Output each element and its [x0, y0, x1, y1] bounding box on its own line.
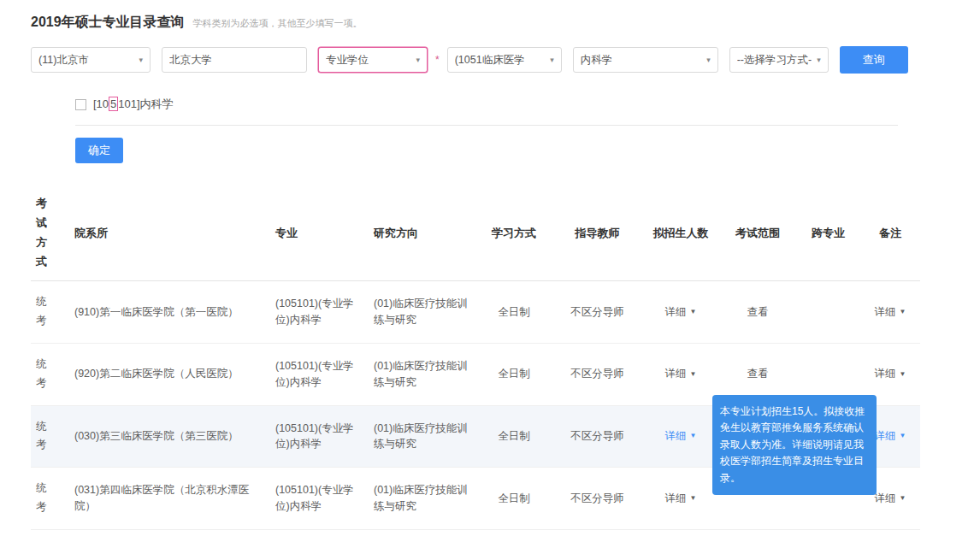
major-select[interactable]: 内科学 ▾: [573, 47, 718, 73]
major-select-value: 内科学: [581, 53, 613, 68]
confirm-button[interactable]: 确定: [75, 138, 123, 163]
enrollment-detail-link[interactable]: 详细▼: [665, 491, 697, 507]
caret-down-icon: ▼: [900, 431, 906, 441]
advisor-cell: 不区分导师: [552, 530, 642, 542]
advisor-cell: 不区分导师: [552, 468, 642, 530]
filter-bar: (11)北京市 ▾ 北京大学 专业学位 ▾ * (1051临床医学 ▾ 内科学 …: [0, 32, 980, 74]
page-title: 2019年硕士专业目录查询: [31, 14, 185, 32]
detail-label: 详细: [875, 428, 896, 445]
enrollment-detail-link[interactable]: 详细▼: [665, 428, 697, 445]
chevron-down-icon: ▾: [817, 56, 821, 64]
direction-cell: (01)临床医疗技能训练与研究: [369, 468, 475, 530]
page-header: 2019年硕士专业目录查询 学科类别为必选项，其他至少填写一项。: [0, 0, 980, 32]
direction-cell: (01)临床医疗技能训练与研究: [369, 530, 475, 542]
enrollment-detail-link[interactable]: 详细▼: [665, 366, 697, 382]
degree-type-select-value: 专业学位: [326, 53, 369, 68]
detail-label: 详细: [875, 491, 896, 507]
page-subtitle: 学科类别为必选项，其他至少填写一项。: [193, 17, 363, 30]
detail-label: 详细: [665, 366, 687, 382]
table-row: 统考 (071)第五临床医学院（北京医院） (105101)(专业学位)内科学 …: [31, 530, 920, 542]
cross-major-cell: [796, 281, 860, 344]
major-checkbox-label: [105101]内科学: [93, 97, 174, 112]
label-part: [10: [93, 97, 109, 110]
chevron-down-icon: ▾: [139, 56, 143, 64]
advisor-cell: 不区分导师: [552, 281, 642, 344]
caret-down-icon: ▼: [690, 493, 697, 504]
study-mode-cell: 全日制: [475, 343, 552, 405]
study-mode-select-value: --选择学习方式--: [737, 53, 812, 68]
col-header-advisor: 指导教师: [552, 186, 642, 281]
department-cell: (031)第四临床医学院（北京积水潭医院）: [69, 468, 270, 530]
university-input-value: 北京大学: [169, 53, 212, 68]
detail-label: 详细: [875, 366, 896, 382]
study-mode-cell: 全日制: [475, 281, 552, 344]
col-header-direction: 研究方向: [369, 186, 475, 281]
discipline-select[interactable]: (1051临床医学 ▾: [447, 47, 562, 73]
caret-down-icon: ▼: [900, 493, 906, 504]
major-cell: (105101)(专业学位)内科学: [270, 530, 369, 542]
detail-label: 详细: [665, 304, 687, 321]
major-cell: (105101)(专业学位)内科学: [270, 405, 369, 468]
advisor-cell: 不区分导师: [552, 405, 642, 468]
exam-scope-view-link[interactable]: 查看: [747, 306, 769, 318]
col-header-cross-major: 跨专业: [796, 186, 860, 281]
caret-down-icon: ▼: [690, 369, 697, 380]
enrollment-tooltip: 本专业计划招生15人。拟接收推免生以教育部推免服务系统确认录取人数为准。详细说明…: [712, 395, 877, 495]
university-input[interactable]: 北京大学: [162, 47, 307, 73]
col-header-enrollment: 拟招生人数: [642, 186, 719, 281]
table-row: 统考 (910)第一临床医学院（第一医院） (105101)(专业学位)内科学 …: [31, 281, 920, 344]
cross-major-cell: [796, 530, 860, 542]
detail-label: 详细: [665, 491, 687, 507]
department-cell: (910)第一临床医学院（第一医院）: [69, 281, 270, 344]
detail-label: 详细: [875, 304, 896, 321]
major-checkbox[interactable]: [75, 99, 86, 110]
province-select[interactable]: (11)北京市 ▾: [31, 47, 151, 73]
exam-scope-view-link[interactable]: 查看: [747, 368, 769, 380]
remark-detail-link[interactable]: 详细▼: [875, 304, 906, 321]
caret-down-icon: ▼: [690, 431, 697, 441]
degree-type-select[interactable]: 专业学位 ▾: [318, 47, 428, 73]
advisor-cell: 不区分导师: [552, 343, 642, 405]
catalog-query-page: 2019年硕士专业目录查询 学科类别为必选项，其他至少填写一项。 (11)北京市…: [0, 0, 980, 542]
caret-down-icon: ▼: [900, 369, 906, 380]
direction-cell: (01)临床医疗技能训练与研究: [369, 281, 475, 344]
major-selection-panel: [105101]内科学 确定: [75, 97, 898, 163]
study-mode-cell: 全日制: [475, 468, 552, 530]
chevron-down-icon: ▾: [550, 56, 554, 64]
caret-down-icon: ▼: [900, 307, 906, 317]
major-checkbox-row: [105101]内科学: [75, 97, 898, 112]
major-cell: (105101)(专业学位)内科学: [270, 281, 369, 344]
header-label: 考试方式: [36, 194, 49, 272]
department-cell: (071)第五临床医学院（北京医院）: [69, 530, 270, 542]
search-button[interactable]: 查询: [840, 46, 908, 74]
major-cell: (105101)(专业学位)内科学: [270, 468, 369, 530]
label-highlighted-char: 5: [109, 97, 118, 111]
province-select-value: (11)北京市: [38, 53, 89, 68]
direction-cell: (01)临床医疗技能训练与研究: [369, 343, 475, 405]
department-cell: (920)第二临床医学院（人民医院）: [69, 343, 270, 405]
study-mode-select[interactable]: --选择学习方式-- ▾: [729, 47, 829, 73]
table-header-row: 考试方式 院系所 专业 研究方向 学习方式 指导教师 拟招生人数 考试范围 跨专…: [31, 186, 920, 281]
remark-detail-link[interactable]: 详细▼: [875, 428, 906, 445]
exam-type-cell: 统考: [36, 418, 49, 456]
detail-label: 详细: [665, 428, 687, 445]
required-asterisk: *: [435, 54, 440, 66]
department-cell: (030)第三临床医学院（第三医院）: [69, 405, 270, 468]
discipline-select-value: (1051临床医学: [455, 53, 525, 68]
remark-detail-link[interactable]: 详细▼: [875, 491, 906, 507]
exam-type-cell: 统考: [36, 356, 49, 393]
col-header-exam-scope: 考试范围: [719, 186, 796, 281]
caret-down-icon: ▼: [690, 307, 697, 317]
major-cell: (105101)(专业学位)内科学: [270, 343, 369, 405]
enrollment-detail-link[interactable]: 详细▼: [665, 304, 697, 321]
divider: [75, 125, 898, 126]
study-mode-cell: 全日制: [475, 530, 552, 542]
exam-type-cell: 统考: [36, 293, 49, 331]
chevron-down-icon: ▾: [706, 56, 711, 64]
col-header-major: 专业: [270, 186, 369, 281]
direction-cell: (01)临床医疗技能训练与研究: [369, 405, 475, 468]
remark-detail-link[interactable]: 详细▼: [875, 366, 906, 382]
chevron-down-icon: ▾: [416, 56, 420, 64]
study-mode-cell: 全日制: [475, 405, 552, 468]
col-header-study-mode: 学习方式: [475, 186, 552, 281]
